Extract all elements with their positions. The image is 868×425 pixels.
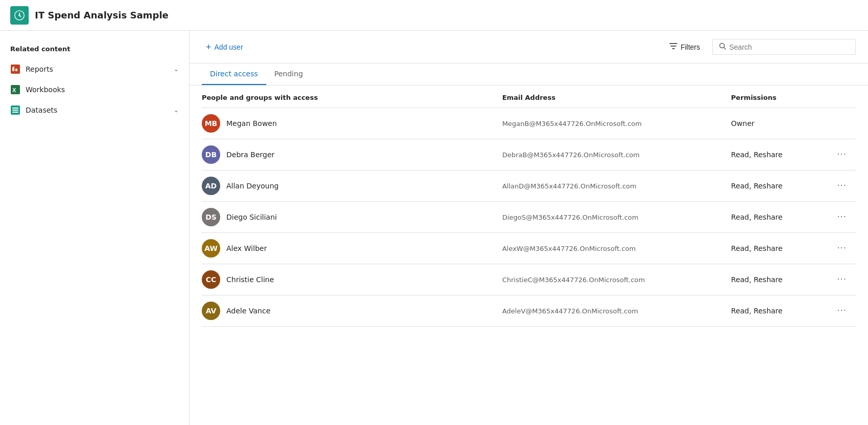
filters-button[interactable]: Filters [665,40,704,54]
content-area: + Add user Filters [189,31,868,425]
email-text: ChristieC@M365x447726.OnMicrosoft.com [502,276,645,284]
search-icon [719,42,726,51]
person-name: Megan Bowen [226,119,277,128]
more-options-button[interactable]: ··· [834,242,850,254]
svg-rect-10 [12,110,18,111]
datasets-chevron-icon: ⌄ [174,107,179,114]
person-cell: DS Diego Siciliani [202,202,496,233]
email-text: AllanD@M365x447726.OnMicrosoft.com [502,182,637,190]
avatar: AW [202,239,220,258]
permissions-cell: Owner [725,108,856,139]
users-table: People and groups with access Email Addr… [202,86,856,327]
email-cell: AdeleV@M365x447726.OnMicrosoft.com [496,295,725,327]
email-cell: AlexW@M365x447726.OnMicrosoft.com [496,233,725,264]
email-text: MeganB@M365x447726.OnMicrosoft.com [502,120,642,128]
permissions-text: Read, Reshare [731,244,783,252]
permissions-text: Read, Reshare [731,307,783,315]
tab-pending[interactable]: Pending [266,63,311,85]
tab-direct-access[interactable]: Direct access [202,63,266,85]
table-row: DS Diego Siciliani DiegoS@M365x447726.On… [202,202,856,233]
sidebar-item-datasets[interactable]: Datasets ⌄ [0,100,189,120]
permissions-cell: Read, Reshare ··· [725,264,856,295]
person-name: Christie Cline [226,275,274,284]
reports-chevron-icon: ⌄ [174,66,179,73]
email-cell: DebraB@M365x447726.OnMicrosoft.com [496,139,725,171]
avatar: MB [202,114,220,133]
sidebar-section-title: Related content [0,41,189,59]
person-cell: CC Christie Cline [202,264,496,295]
tabs-bar: Direct access Pending [189,63,868,86]
permissions-cell: Read, Reshare ··· [725,139,856,171]
permissions-text: Read, Reshare [731,182,783,190]
svg-point-1 [18,14,20,16]
person-name: Allan Deyoung [226,182,279,190]
users-table-container: People and groups with access Email Addr… [189,86,868,425]
person-name: Adele Vance [226,307,270,315]
search-input[interactable] [729,43,849,51]
svg-text:X: X [12,87,16,93]
sidebar-item-workbooks[interactable]: X Workbooks [0,79,189,100]
app-header: IT Spend Analysis Sample [0,0,868,31]
more-options-button[interactable]: ··· [834,273,850,286]
toolbar: + Add user Filters [189,31,868,63]
email-cell: ChristieC@M365x447726.OnMicrosoft.com [496,264,725,295]
datasets-icon [10,105,20,115]
email-text: DebraB@M365x447726.OnMicrosoft.com [502,151,640,159]
reports-icon [10,64,20,74]
filter-icon [669,42,678,52]
sidebar-item-reports[interactable]: Reports ⌄ [0,59,189,79]
email-cell: AllanD@M365x447726.OnMicrosoft.com [496,171,725,202]
table-row: DB Debra Berger DebraB@M365x447726.OnMic… [202,139,856,171]
person-name: Alex Wilber [226,244,267,252]
avatar: DS [202,208,220,226]
svg-rect-5 [13,66,14,71]
person-name: Debra Berger [226,151,274,159]
page-title: IT Spend Analysis Sample [35,10,168,20]
svg-rect-11 [12,112,18,113]
workbooks-label: Workbooks [26,86,179,94]
email-text: AlexW@M365x447726.OnMicrosoft.com [502,245,636,252]
table-row: MB Megan Bowen MeganB@M365x447726.OnMicr… [202,108,856,139]
permissions-text: Read, Reshare [731,151,783,159]
person-name: Diego Siciliani [226,213,277,221]
col-header-people: People and groups with access [202,86,496,108]
permissions-text: Read, Reshare [731,275,783,284]
avatar: CC [202,270,220,289]
more-options-button[interactable]: ··· [834,305,850,317]
col-header-permissions: Permissions [725,86,856,108]
email-cell: DiegoS@M365x447726.OnMicrosoft.com [496,202,725,233]
plus-icon: + [206,42,211,52]
email-cell: MeganB@M365x447726.OnMicrosoft.com [496,108,725,139]
app-icon [10,6,29,25]
permissions-cell: Read, Reshare ··· [725,295,856,327]
table-header-row: People and groups with access Email Addr… [202,86,856,108]
svg-rect-4 [15,69,17,71]
sidebar: Related content Reports ⌄ [0,31,189,425]
svg-rect-9 [12,108,18,109]
avatar: AD [202,177,220,195]
table-row: CC Christie Cline ChristieC@M365x447726.… [202,264,856,295]
email-text: AdeleV@M365x447726.OnMicrosoft.com [502,307,638,315]
avatar: AV [202,302,220,320]
person-cell: DB Debra Berger [202,139,496,171]
more-options-button[interactable]: ··· [834,148,850,161]
search-area[interactable] [712,39,856,55]
col-header-email: Email Address [496,86,725,108]
person-cell: AD Allan Deyoung [202,171,496,202]
person-cell: AW Alex Wilber [202,233,496,264]
add-user-button[interactable]: + Add user [202,40,247,54]
table-row: AD Allan Deyoung AllanD@M365x447726.OnMi… [202,171,856,202]
person-cell: MB Megan Bowen [202,108,496,139]
table-row: AW Alex Wilber AlexW@M365x447726.OnMicro… [202,233,856,264]
more-options-button[interactable]: ··· [834,211,850,223]
permissions-cell: Read, Reshare ··· [725,202,856,233]
more-options-button[interactable]: ··· [834,180,850,192]
email-text: DiegoS@M365x447726.OnMicrosoft.com [502,214,639,221]
permissions-cell: Read, Reshare ··· [725,233,856,264]
person-cell: AV Adele Vance [202,295,496,327]
permissions-text: Read, Reshare [731,213,783,221]
permissions-text: Owner [731,119,755,128]
table-row: AV Adele Vance AdeleV@M365x447726.OnMicr… [202,295,856,327]
avatar: DB [202,145,220,164]
reports-label: Reports [26,65,174,73]
